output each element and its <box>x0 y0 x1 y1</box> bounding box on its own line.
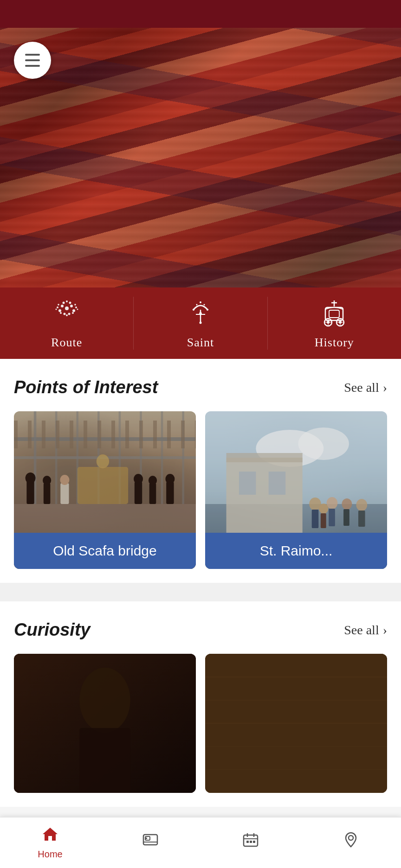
svg-point-21 <box>207 309 208 311</box>
svg-point-20 <box>200 301 201 303</box>
poi-see-all-button[interactable]: See all › <box>344 380 387 395</box>
curiosity-card-2[interactable] <box>205 654 387 793</box>
category-saint-label: Saint <box>187 336 214 350</box>
home-icon <box>42 826 58 846</box>
svg-point-15 <box>58 304 59 306</box>
svg-point-22 <box>196 304 197 306</box>
category-bar: Route Saint <box>0 287 401 359</box>
svg-point-4 <box>72 309 75 312</box>
svg-point-110 <box>349 836 353 840</box>
curiosity-title: Curiosity <box>14 620 91 640</box>
svg-rect-31 <box>329 310 339 318</box>
svg-point-12 <box>63 313 65 315</box>
menu-button[interactable] <box>14 42 51 79</box>
svg-point-27 <box>199 322 201 324</box>
svg-point-6 <box>69 302 71 304</box>
category-saint[interactable]: Saint <box>134 297 267 350</box>
svg-point-18 <box>77 309 78 310</box>
svg-marker-25 <box>199 311 202 316</box>
category-route[interactable]: Route <box>0 297 134 350</box>
svg-point-9 <box>66 300 68 302</box>
curiosity-cards-row <box>14 654 387 793</box>
category-route-label: Route <box>51 336 82 350</box>
category-history-label: History <box>315 336 354 350</box>
svg-point-17 <box>55 309 57 310</box>
nav-home-label: Home <box>38 849 62 860</box>
svg-point-89 <box>79 668 130 733</box>
svg-rect-109 <box>253 841 255 843</box>
carriage-icon <box>318 297 350 329</box>
curiosity-see-all-button[interactable]: See all › <box>344 623 387 638</box>
gallery-icon <box>142 831 159 852</box>
svg-point-1 <box>61 305 64 307</box>
poi-see-all-label: See all <box>344 380 379 395</box>
category-history[interactable]: History <box>268 297 401 350</box>
nav-map[interactable] <box>301 827 401 859</box>
poi-cards-row: Old Scafa bridge <box>14 411 387 569</box>
curiosity-see-all-label: See all <box>344 623 379 638</box>
points-of-interest-title: Points of Interest <box>14 377 158 397</box>
poi-card-old-scafa-bridge[interactable]: Old Scafa bridge <box>14 411 196 569</box>
svg-rect-107 <box>246 841 249 843</box>
svg-point-10 <box>60 312 62 314</box>
curiosity-card-1[interactable] <box>14 654 196 793</box>
svg-point-5 <box>62 302 65 304</box>
svg-point-14 <box>66 314 68 316</box>
svg-point-19 <box>193 309 194 311</box>
svg-point-16 <box>74 304 76 306</box>
svg-point-2 <box>70 305 73 307</box>
map-icon <box>343 831 359 852</box>
svg-point-7 <box>57 306 58 308</box>
svg-point-23 <box>203 304 205 306</box>
svg-marker-98 <box>43 828 58 841</box>
curiosity-section: Curiosity See all › <box>0 601 401 807</box>
svg-point-0 <box>65 306 69 310</box>
svg-point-8 <box>75 306 77 308</box>
points-of-interest-section: Points of Interest See all › <box>0 359 401 583</box>
svg-rect-97 <box>205 654 387 793</box>
poi-card-label-2: St. Raimo... <box>205 533 387 569</box>
poi-card-label-1: Old Scafa bridge <box>14 533 196 569</box>
section-gap-1 <box>0 583 401 601</box>
nav-home[interactable]: Home <box>0 821 100 864</box>
svg-point-3 <box>58 309 61 312</box>
nav-calendar[interactable] <box>200 827 301 859</box>
svg-rect-90 <box>79 728 130 793</box>
poi-chevron-icon: › <box>383 380 387 395</box>
poi-card-st-raimondo[interactable]: St. Raimo... <box>205 411 387 569</box>
flowers-icon <box>51 297 83 329</box>
hero-image <box>0 28 401 287</box>
hamburger-icon <box>25 54 40 67</box>
status-bar <box>0 0 401 28</box>
bottom-nav: Home <box>0 817 401 868</box>
curiosity-chevron-icon: › <box>383 623 387 638</box>
calendar-icon <box>242 831 259 852</box>
svg-point-11 <box>72 312 74 314</box>
svg-point-13 <box>68 313 70 315</box>
svg-rect-108 <box>250 841 252 843</box>
svg-point-102 <box>145 837 147 839</box>
saint-carriage-icon <box>184 297 217 329</box>
nav-gallery[interactable] <box>100 827 200 859</box>
